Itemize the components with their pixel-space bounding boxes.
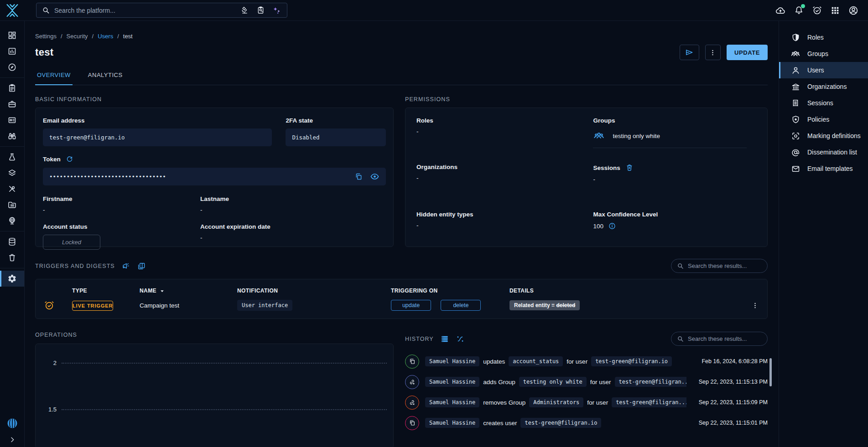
history-user-chip: Samuel Hassine	[425, 418, 479, 428]
show-token-eye-icon[interactable]	[370, 172, 379, 181]
trigger-row[interactable]: LIVE TRIGGER Campaign test User interfac…	[44, 300, 759, 311]
settings-gear-icon[interactable]	[0, 271, 24, 287]
history-scrollbar[interactable]	[769, 358, 772, 386]
clipboard-search-icon[interactable]	[256, 6, 265, 15]
send-mail-button[interactable]	[680, 45, 699, 60]
observations-card-icon[interactable]	[0, 112, 24, 128]
breadcrumb-security[interactable]: Security	[67, 33, 88, 40]
sidebar-divider	[0, 146, 24, 147]
breadcrumb-settings[interactable]: Settings	[35, 33, 57, 40]
link-add-event-icon	[405, 375, 419, 389]
notifications-bell-icon[interactable]	[794, 5, 804, 15]
history-user-chip: Samuel Hassine	[425, 356, 479, 366]
arsenal-layers-icon[interactable]	[0, 165, 24, 181]
triggers-search-input[interactable]	[688, 262, 762, 269]
group-list-item[interactable]: testing only white	[593, 130, 746, 148]
tab-overview[interactable]: OVERVIEW	[35, 67, 73, 85]
sidebar-item-label: Policies	[807, 116, 829, 123]
locations-globe-icon[interactable]	[0, 213, 24, 229]
breadcrumb-users[interactable]: Users	[98, 33, 113, 40]
events-briefcase-icon[interactable]	[0, 96, 24, 112]
add-trigger-megaphone-icon[interactable]	[121, 262, 130, 271]
dashboard-icon[interactable]	[0, 27, 24, 43]
add-digest-icon[interactable]	[137, 262, 146, 271]
token-field[interactable]: ••••••••••••••••••••••••••••••••••	[43, 168, 386, 185]
trigger-row-menu-icon[interactable]	[751, 302, 759, 309]
history-object-chip: test-green@filigran.io	[520, 418, 601, 428]
sidebar-item-policies[interactable]: Policies	[779, 111, 868, 128]
history-action: creates user	[483, 420, 517, 426]
sidebar-item-email-templates[interactable]: Email templates	[779, 160, 868, 177]
apps-grid-icon[interactable]	[830, 5, 840, 15]
trash-icon[interactable]	[0, 250, 24, 266]
history-target-chip: test-green@filigran....	[612, 397, 686, 407]
account-status-chip: Locked	[43, 235, 100, 250]
history-list: Samuel Hassine updates account_status fo…	[405, 353, 768, 432]
popover-menu-button[interactable]	[705, 45, 721, 60]
token-refresh-icon[interactable]	[66, 155, 73, 163]
history-action: removes Group	[483, 399, 525, 406]
y-axis-tick: 1.5	[43, 406, 57, 413]
column-notification[interactable]: NOTIFICATION	[237, 288, 391, 294]
ai-sparkles-icon[interactable]	[272, 6, 281, 15]
history-object-chip: testing only white	[519, 377, 587, 387]
trigger-event-chip[interactable]: delete	[441, 300, 481, 311]
sidebar-item-groups[interactable]: Groups	[779, 46, 868, 62]
column-type[interactable]: TYPE	[72, 288, 140, 294]
entities-folder-icon[interactable]	[0, 197, 24, 213]
update-button[interactable]: UPDATE	[727, 45, 768, 60]
search-icon	[42, 6, 50, 15]
history-relationships-icon[interactable]	[456, 334, 465, 344]
search-binoculars-icon[interactable]	[0, 128, 24, 144]
analyses-icon[interactable]	[0, 43, 24, 59]
kill-sessions-trash-icon[interactable]	[625, 164, 634, 172]
organizations-value: -	[416, 175, 593, 181]
column-triggering-on[interactable]: TRIGGERING ON	[391, 288, 509, 294]
search-input[interactable]	[54, 7, 236, 14]
investigations-compass-icon[interactable]	[0, 59, 24, 75]
history-search-input[interactable]	[688, 335, 762, 342]
gridline	[62, 363, 387, 364]
sessions-label: Sessions	[593, 164, 620, 171]
sidebar-item-users[interactable]: Users	[779, 62, 868, 78]
platform-logo[interactable]	[0, 2, 25, 19]
kebab-menu-icon	[709, 49, 717, 57]
history-entries-list-icon[interactable]	[440, 334, 449, 344]
sidebar-item-sessions[interactable]: Sessions	[779, 95, 868, 111]
cloud-sync-icon[interactable]	[775, 5, 786, 16]
breadcrumb-separator: /	[92, 33, 94, 40]
sidebar-item-dissemination-list[interactable]: Dissemination list	[779, 144, 868, 160]
sessions-value: -	[593, 176, 756, 183]
info-icon[interactable]	[608, 222, 616, 230]
email-field[interactable]: test-green@filigran.io	[43, 128, 272, 146]
organizations-label: Organizations	[416, 164, 593, 170]
filigran-ball-logo	[6, 417, 19, 430]
notification-badge-dot	[801, 4, 805, 8]
threats-flask-icon[interactable]	[0, 149, 24, 165]
techniques-tools-icon[interactable]	[0, 181, 24, 197]
investigation-microscope-icon[interactable]	[240, 6, 249, 15]
history-suffix: for user	[590, 379, 611, 385]
trigger-type-chip: LIVE TRIGGER	[72, 301, 113, 311]
roles-label: Roles	[416, 117, 593, 124]
sidebar-item-label: Dissemination list	[807, 149, 857, 156]
column-name[interactable]: NAME	[140, 288, 237, 294]
history-entry: Samuel Hassine creates user test-green@f…	[405, 414, 768, 432]
tab-analytics[interactable]: ANALYTICS	[86, 67, 125, 85]
expand-sidebar-chevron-icon[interactable]	[9, 436, 16, 443]
sidebar-item-marking-definitions[interactable]: Marking definitions	[779, 128, 868, 144]
cases-clipboard-icon[interactable]	[0, 80, 24, 96]
history-timestamp: Feb 16, 2024, 6:08:28 PM	[686, 358, 768, 365]
envelope-icon	[790, 164, 800, 174]
page-title: test	[35, 46, 53, 58]
account-circle-icon[interactable]	[848, 5, 859, 16]
alarm-check-icon[interactable]	[812, 5, 822, 15]
column-details[interactable]: DETAILS	[509, 288, 745, 294]
trigger-event-chip[interactable]: update	[391, 300, 431, 311]
sidebar-item-roles[interactable]: Roles	[779, 29, 868, 46]
sidebar-item-organizations[interactable]: Organizations	[779, 78, 868, 95]
topbar-actions	[775, 5, 868, 16]
copy-icon[interactable]	[354, 172, 363, 181]
basic-information-panel: Email address test-green@filigran.io 2FA…	[35, 108, 394, 247]
data-database-icon[interactable]	[0, 234, 24, 250]
